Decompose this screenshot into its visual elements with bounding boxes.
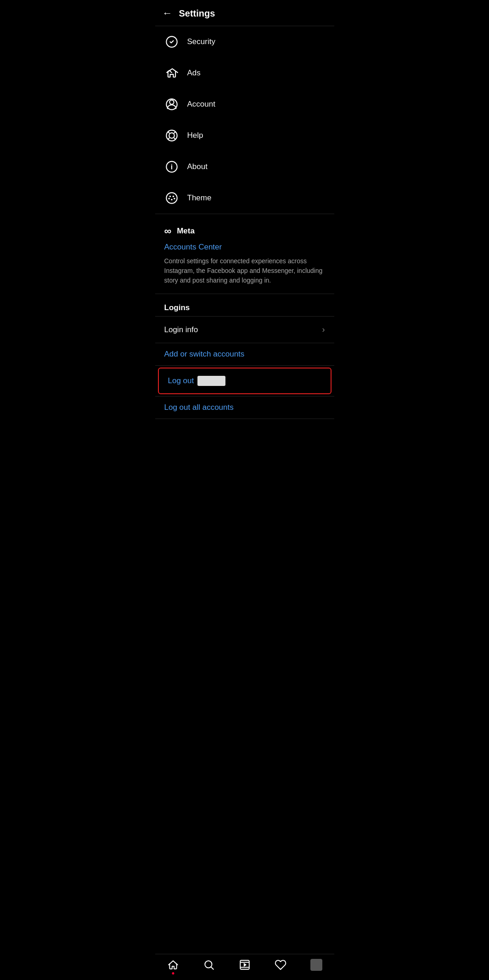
login-info-row[interactable]: Login info › bbox=[155, 317, 334, 343]
theme-icon bbox=[164, 191, 179, 205]
back-button[interactable]: ← bbox=[163, 7, 173, 19]
settings-header: ← Settings bbox=[155, 0, 334, 26]
svg-point-12 bbox=[166, 193, 177, 203]
theme-label: Theme bbox=[187, 193, 212, 203]
svg-line-6 bbox=[174, 138, 175, 139]
sidebar-item-about[interactable]: About bbox=[155, 151, 334, 182]
sidebar-item-account[interactable]: Account bbox=[155, 89, 334, 120]
svg-point-4 bbox=[169, 133, 174, 138]
svg-point-17 bbox=[174, 198, 175, 199]
sidebar-item-help[interactable]: Help bbox=[155, 120, 334, 151]
ads-icon bbox=[164, 66, 179, 80]
svg-line-5 bbox=[168, 132, 169, 133]
sidebar-item-security[interactable]: Security bbox=[155, 26, 334, 57]
chevron-right-icon: › bbox=[322, 325, 325, 334]
logins-section-header: Logins bbox=[155, 294, 334, 316]
logout-all-link[interactable]: Log out all accounts bbox=[155, 397, 334, 419]
help-label: Help bbox=[187, 131, 203, 140]
sidebar-item-ads[interactable]: Ads bbox=[155, 57, 334, 89]
account-icon bbox=[164, 97, 179, 112]
svg-point-14 bbox=[172, 196, 174, 198]
security-label: Security bbox=[187, 37, 215, 46]
about-icon bbox=[164, 159, 179, 174]
svg-point-16 bbox=[171, 199, 173, 201]
accounts-center-link[interactable]: Accounts Center bbox=[164, 243, 325, 252]
help-icon bbox=[164, 128, 179, 143]
ads-label: Ads bbox=[187, 68, 201, 78]
logins-section: Logins Login info › Add or switch accoun… bbox=[155, 294, 334, 419]
svg-point-11 bbox=[171, 164, 172, 165]
meta-description: Control settings for connected experienc… bbox=[164, 256, 325, 285]
meta-logo-icon: ∞ bbox=[164, 225, 171, 237]
svg-point-13 bbox=[169, 196, 171, 198]
login-info-label: Login info bbox=[164, 325, 198, 334]
logout-row[interactable]: Log out bbox=[158, 368, 332, 394]
svg-point-1 bbox=[169, 100, 174, 104]
meta-section: ∞ Meta Accounts Center Control settings … bbox=[155, 214, 334, 294]
svg-line-8 bbox=[174, 132, 175, 133]
sidebar-item-theme[interactable]: Theme bbox=[155, 182, 334, 214]
svg-line-7 bbox=[168, 138, 169, 139]
about-label: About bbox=[187, 162, 208, 171]
logout-label: Log out bbox=[168, 376, 194, 385]
divider-5 bbox=[155, 365, 334, 366]
svg-point-15 bbox=[168, 198, 170, 199]
add-switch-accounts-link[interactable]: Add or switch accounts bbox=[155, 343, 334, 365]
page-title: Settings bbox=[179, 8, 215, 19]
security-icon bbox=[164, 34, 179, 49]
account-label: Account bbox=[187, 100, 215, 109]
meta-logo-row: ∞ Meta bbox=[164, 225, 325, 237]
settings-list: Security Ads Account bbox=[155, 26, 334, 214]
username-redacted bbox=[197, 376, 225, 386]
meta-wordmark: Meta bbox=[177, 227, 195, 236]
